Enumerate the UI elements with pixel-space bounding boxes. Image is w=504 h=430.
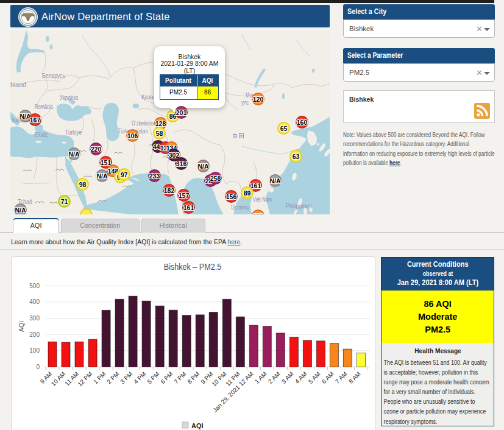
- svg-text:8 PM: 8 PM: [186, 370, 201, 385]
- svg-text:4 AM: 4 AM: [294, 370, 308, 385]
- svg-text:200: 200: [29, 331, 40, 338]
- svg-text:5 PM: 5 PM: [146, 370, 160, 385]
- svg-text:0: 0: [36, 364, 40, 370]
- svg-text:4 PM: 4 PM: [132, 370, 147, 385]
- svg-text:Беларусь: Беларусь: [42, 72, 65, 79]
- svg-text:500: 500: [29, 283, 40, 289]
- svg-text:2 PM: 2 PM: [105, 370, 120, 385]
- svg-text:10 PM: 10 PM: [210, 370, 227, 387]
- svg-text:300: 300: [29, 315, 40, 322]
- svg-text:5 AM: 5 AM: [307, 370, 322, 385]
- svg-text:2 AM: 2 AM: [267, 370, 282, 385]
- svg-text:1 PM: 1 PM: [92, 370, 107, 385]
- svg-text:12 PM: 12 PM: [76, 370, 93, 387]
- svg-text:Us:innlnu: Us:innlnu: [231, 204, 249, 211]
- svg-text:8 AM: 8 AM: [347, 370, 362, 385]
- svg-text:Việt Nam: Việt Nam: [253, 196, 272, 203]
- svg-text:3 PM: 3 PM: [119, 370, 133, 385]
- svg-text:10 AM: 10 AM: [50, 370, 67, 387]
- svg-text:400: 400: [29, 298, 40, 305]
- svg-text:улс: улс: [241, 99, 249, 106]
- svg-text:Türkiye: Türkiye: [65, 129, 82, 136]
- svg-text:hland: hland: [10, 81, 26, 88]
- svg-text:7 PM: 7 PM: [172, 370, 187, 385]
- svg-text:100: 100: [29, 347, 40, 354]
- svg-text:1 AM: 1 AM: [254, 370, 268, 385]
- svg-text:AQI: AQI: [191, 422, 204, 429]
- svg-text:Ελλάς: Ελλάς: [35, 131, 48, 138]
- svg-text:O’zbekiston: O’zbekiston: [132, 119, 156, 127]
- svg-text:3 AM: 3 AM: [280, 370, 295, 385]
- svg-text:6 PM: 6 PM: [159, 370, 174, 385]
- svg-text:6 AM: 6 AM: [321, 370, 335, 385]
- svg-text:Philippines: Philippines: [286, 202, 312, 210]
- svg-text:AQI: AQI: [18, 321, 25, 332]
- svg-text:Україна: Україна: [60, 94, 78, 101]
- svg-text:Bishkek – PM2.5: Bishkek – PM2.5: [164, 261, 222, 272]
- svg-text:România: România: [35, 103, 53, 110]
- svg-text:7 AM: 7 AM: [334, 370, 349, 385]
